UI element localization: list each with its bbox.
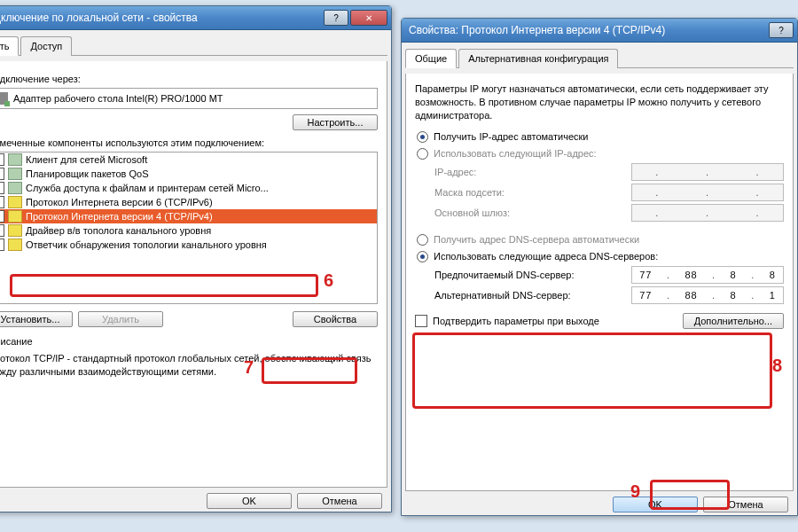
annotation-number-8: 8 — [772, 356, 782, 376]
tabs: Сеть Доступ — [0, 35, 387, 56]
ipv4-properties-window: Свойства: Протокол Интернета версии 4 (T… — [401, 18, 798, 516]
nic-icon — [0, 92, 8, 105]
tab-network[interactable]: Сеть — [0, 36, 19, 56]
help-button[interactable]: ? — [769, 22, 794, 38]
list-item: ✓Протокол Интернета версии 6 (TCP/IPv6) — [0, 195, 377, 209]
annotation-number-9: 9 — [630, 481, 640, 502]
checkbox-icon[interactable]: ✓ — [0, 210, 4, 223]
components-label: Отмеченные компоненты используются этим … — [0, 137, 378, 148]
component-icon — [8, 153, 22, 166]
list-item: ✓Ответчик обнаружения топологии канально… — [0, 238, 377, 252]
component-icon — [8, 182, 22, 194]
configure-button[interactable]: Настроить... — [293, 114, 378, 130]
ok-button[interactable]: OK — [613, 497, 698, 512]
cancel-button[interactable]: Отмена — [297, 493, 382, 509]
subnet-mask-field: ... — [631, 184, 784, 201]
tab-alt-config[interactable]: Альтернативная конфигурация — [458, 49, 618, 68]
annotation-number-7: 7 — [244, 357, 254, 378]
checkbox-icon[interactable]: ✓ — [0, 224, 4, 237]
list-item-selected: ✓Протокол Интернета версии 4 (TCP/IPv4) — [0, 209, 377, 223]
component-icon — [8, 196, 22, 208]
radio-icon — [417, 131, 428, 143]
ok-button[interactable]: OK — [207, 493, 292, 509]
radio-dns-manual[interactable]: Использовать следующие адреса DNS-сервер… — [417, 251, 784, 262]
tab-general[interactable]: Общие — [405, 49, 457, 68]
gateway-field: ... — [631, 204, 784, 222]
window-title: Свойства: Протокол Интернета версии 4 (T… — [405, 24, 767, 36]
list-item: ✓Планировщик пакетов QoS — [0, 167, 377, 181]
radio-icon — [417, 148, 428, 160]
tabs: Общие Альтернативная конфигурация — [405, 48, 794, 68]
radio-ip-manual[interactable]: Использовать следующий IP-адрес: — [417, 148, 784, 160]
remove-button: Удалить — [78, 311, 163, 327]
properties-button[interactable]: Свойства — [293, 311, 378, 327]
help-text: Параметры IP могут назначаться автоматич… — [415, 82, 784, 122]
advanced-button[interactable]: Дополнительно... — [683, 313, 784, 329]
description-text: Протокол TCP/IP - стандартный протокол г… — [0, 352, 378, 379]
alternate-dns-field[interactable]: 77.88.8.1 — [631, 286, 784, 304]
checkbox-icon[interactable]: ✓ — [0, 182, 4, 194]
ip-address-field: ... — [631, 163, 784, 181]
component-icon — [8, 168, 22, 180]
radio-icon — [417, 251, 428, 262]
list-item: ✓Служба доступа к файлам и принтерам сет… — [0, 181, 377, 195]
checkbox-icon[interactable]: ✓ — [0, 239, 4, 251]
checkbox-icon[interactable]: ✓ — [0, 196, 4, 208]
install-button[interactable]: Установить... — [0, 311, 73, 327]
validate-checkbox-row[interactable]: Подтвердить параметры при выходе Дополни… — [415, 313, 784, 329]
window-title: Подключение по локальной сети - свойства — [0, 12, 322, 24]
list-item: ✓Клиент для сетей Microsoft — [0, 153, 377, 167]
description-heading: Описание — [0, 336, 378, 347]
component-icon — [8, 224, 22, 237]
adapter-name: Адаптер рабочего стола Intel(R) PRO/1000… — [13, 93, 223, 104]
checkbox-icon[interactable]: ✓ — [0, 168, 4, 180]
radio-icon — [417, 234, 428, 246]
titlebar: Подключение по локальной сети - свойства… — [0, 6, 391, 30]
close-button[interactable]: ✕ — [350, 10, 387, 26]
cancel-button[interactable]: Отмена — [703, 497, 788, 512]
checkbox-icon[interactable]: ✓ — [0, 153, 4, 166]
components-list[interactable]: ✓Клиент для сетей Microsoft ✓Планировщик… — [0, 152, 378, 304]
component-icon — [8, 210, 22, 223]
component-icon — [8, 239, 22, 251]
list-item: ✓Драйвер в/в тополога канального уровня — [0, 223, 377, 238]
annotation-number-6: 6 — [324, 270, 333, 291]
radio-ip-auto[interactable]: Получить IP-адрес автоматически — [417, 131, 784, 143]
help-button[interactable]: ? — [324, 10, 348, 26]
tab-sharing[interactable]: Доступ — [20, 36, 72, 56]
radio-dns-auto[interactable]: Получить адрес DNS-сервера автоматически — [417, 234, 784, 246]
connect-via-label: Подключение через: — [0, 74, 378, 84]
titlebar: Свойства: Протокол Интернета версии 4 (T… — [402, 19, 797, 43]
preferred-dns-field[interactable]: 77.88.8.8 — [631, 266, 784, 284]
checkbox-icon[interactable] — [415, 315, 427, 327]
adapter-box: Адаптер рабочего стола Intel(R) PRO/1000… — [0, 88, 378, 109]
lan-properties-window: Подключение по локальной сети - свойства… — [0, 5, 392, 512]
